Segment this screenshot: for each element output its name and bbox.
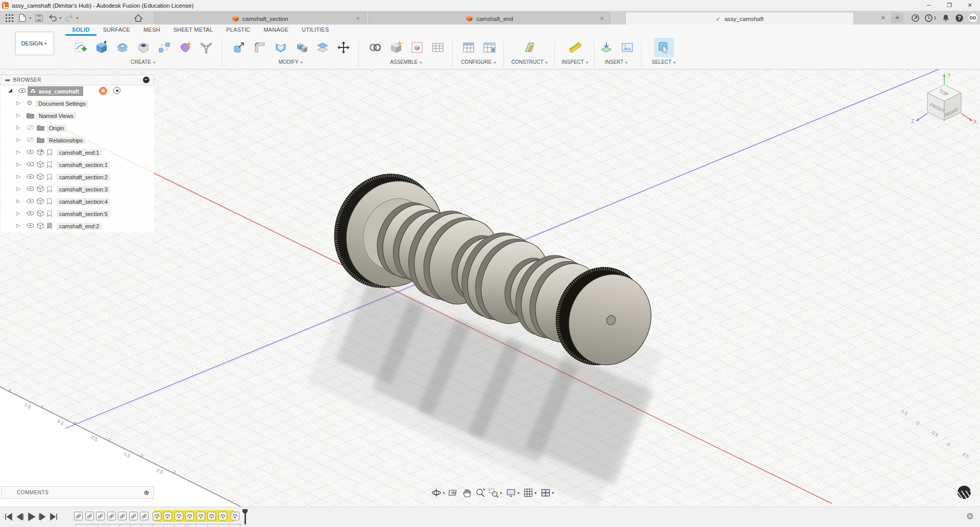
shell-icon[interactable] [271, 38, 290, 57]
browser-item-named-views[interactable]: ▷Named Views [1, 110, 154, 122]
browser-item-camshaft-end-2[interactable]: ▷camshaft_end:2 [1, 220, 154, 232]
timeline-track[interactable] [76, 524, 242, 526]
press-pull-icon[interactable] [229, 38, 249, 57]
offset-face-icon[interactable] [313, 38, 332, 57]
expand-triangle-icon[interactable]: ▷ [16, 210, 20, 216]
fillet-icon[interactable] [250, 38, 270, 57]
zoom-window-icon[interactable]: ▼ [487, 487, 504, 499]
timeline-component-feature[interactable] [85, 512, 94, 520]
eye-icon[interactable] [27, 186, 34, 193]
timeline-joint-feature[interactable] [231, 512, 239, 520]
insert-derive-icon[interactable] [597, 38, 616, 57]
expand-triangle-icon[interactable]: ▷ [16, 100, 20, 106]
measure-icon[interactable] [566, 38, 585, 57]
create-form-icon[interactable] [176, 38, 195, 57]
canvas-icon[interactable] [618, 38, 637, 57]
step-forward-button[interactable] [38, 512, 47, 521]
bookmark-icon[interactable] [47, 223, 52, 230]
ribbon-group-label[interactable]: MODIFY ▼ [227, 59, 355, 65]
close-button[interactable]: ✕ [960, 0, 980, 11]
timeline-joint-feature[interactable] [207, 512, 216, 520]
notifications-bell-icon[interactable] [939, 12, 952, 24]
expand-triangle-icon[interactable]: ◢ [8, 87, 12, 93]
minimize-button[interactable]: ─ [919, 0, 939, 11]
expand-triangle-icon[interactable]: ▷ [16, 186, 20, 191]
ribbon-group-label[interactable]: CREATE ▼ [68, 59, 218, 65]
browser-item-camshaft-section-2[interactable]: ▷camshaft_section:2 [1, 171, 154, 183]
ribbon-group-label[interactable]: INSPECT ▼ [559, 59, 591, 65]
timeline-joint-feature[interactable] [185, 512, 194, 520]
bookmark-icon[interactable] [47, 210, 52, 218]
browser-item-origin[interactable]: ▷Origin [1, 122, 154, 134]
expand-triangle-icon[interactable]: ▷ [16, 174, 20, 179]
timeline-playhead[interactable] [242, 509, 248, 524]
timeline-joint-feature[interactable] [153, 512, 161, 520]
undo-icon[interactable] [46, 12, 59, 23]
eye-icon[interactable] [27, 174, 34, 180]
add-comment-icon[interactable]: ⊕ [144, 489, 150, 496]
eye-icon[interactable] [27, 161, 34, 168]
eye-icon[interactable] [18, 88, 26, 94]
tab-close-icon[interactable]: ✕ [354, 15, 361, 22]
ribbon-tab-plastic[interactable]: PLASTIC [219, 25, 257, 36]
browser-item-camshaft-section-4[interactable]: ▷camshaft_section:4 [1, 196, 154, 208]
eye-icon[interactable] [27, 198, 34, 205]
expand-triangle-icon[interactable]: ▷ [16, 223, 20, 228]
go-to-start-button[interactable] [4, 512, 13, 521]
root-component-pill[interactable]: assy_camshaft [28, 86, 83, 96]
tab-close-icon[interactable]: ✕ [598, 15, 605, 22]
create-sketch-icon[interactable] [71, 38, 90, 57]
ribbon-tab-sheet-metal[interactable]: SHEET METAL [167, 25, 220, 36]
configuration-table-icon[interactable] [480, 38, 499, 57]
ribbon-group-label[interactable]: INSERT ▼ [595, 59, 638, 65]
extrude-icon[interactable] [92, 38, 111, 57]
document-tab-assy_camshaft[interactable]: ✓assy_camshaft [625, 12, 854, 25]
timeline-component-feature[interactable] [118, 512, 127, 520]
combine-icon[interactable] [292, 38, 311, 57]
new-tab-button[interactable]: + [891, 13, 903, 23]
select-icon[interactable] [654, 38, 674, 57]
expand-triangle-icon[interactable]: ▷ [16, 125, 20, 130]
revolve-icon[interactable] [113, 38, 132, 57]
bookmark-icon[interactable] [47, 186, 52, 194]
ribbon-tab-mesh[interactable]: MESH [137, 25, 167, 36]
timeline-joint-feature[interactable] [197, 512, 205, 520]
grid-settings-icon[interactable]: ▼ [522, 487, 538, 499]
eye-icon[interactable] [27, 210, 34, 217]
motion-study-icon[interactable] [428, 38, 448, 57]
browser-root-row[interactable]: ◢ assy_camshaft [1, 85, 154, 98]
browser-minus-icon[interactable]: − [143, 77, 150, 83]
ribbon-group-label[interactable]: CONFIGURE ▼ [457, 59, 500, 65]
expand-triangle-icon[interactable]: ▷ [16, 112, 20, 118]
ribbon-tab-manage[interactable]: MANAGE [257, 25, 295, 36]
bookmark-icon[interactable] [47, 198, 52, 206]
move-copy-icon[interactable] [334, 38, 353, 57]
browser-item-camshaft-section-3[interactable]: ▷camshaft_section:3 [1, 183, 154, 196]
expand-triangle-icon[interactable]: ▷ [16, 198, 20, 204]
extensions-icon[interactable] [909, 12, 922, 24]
eye-icon[interactable] [27, 149, 34, 156]
bookmark-icon[interactable] [47, 149, 52, 157]
app-grid-icon[interactable] [3, 12, 15, 23]
expand-triangle-icon[interactable]: ▷ [16, 161, 20, 167]
ribbon-group-label[interactable]: ASSEMBLE ▼ [363, 59, 449, 65]
document-status-badge-icon[interactable] [99, 87, 107, 95]
rigid-group-icon[interactable] [407, 38, 427, 57]
timeline-settings-gear-icon[interactable]: ⚙ [966, 511, 974, 522]
close-active-tab-icon[interactable]: ✕ [878, 14, 888, 21]
canvas-status-badge-icon[interactable] [958, 486, 971, 499]
browser-item-document-settings[interactable]: ▷⚙Document Settings [1, 98, 154, 110]
chevron-down-icon[interactable]: ▼ [76, 16, 79, 20]
browser-item-relationships[interactable]: ▷Relationships [1, 134, 154, 147]
comments-bar[interactable]: COMMENTS ⊕ [1, 486, 154, 499]
go-to-end-button[interactable] [49, 512, 58, 521]
chevron-down-icon[interactable]: ▼ [59, 16, 62, 20]
activate-component-radio[interactable] [113, 87, 120, 94]
orbit-icon[interactable]: ▼ [430, 487, 447, 499]
user-avatar[interactable]: DD [968, 13, 978, 23]
browser-item-camshaft-section-5[interactable]: ▷camshaft_section:5 [1, 208, 154, 220]
home-icon[interactable] [132, 12, 144, 23]
document-tab-camshaft_section[interactable]: camshaft_section✕ [154, 12, 366, 25]
timeline-component-feature[interactable] [129, 512, 138, 520]
timeline-component-feature[interactable] [74, 512, 83, 520]
